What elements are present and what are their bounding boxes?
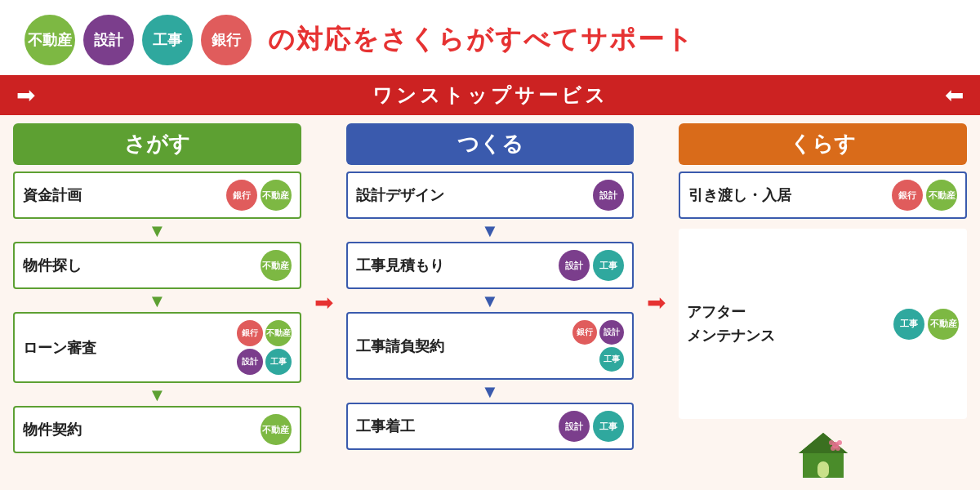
badge-fudosan: 不動産 <box>24 15 75 65</box>
badge-fudosan-sm: 不動産 <box>928 309 959 340</box>
badge-fudosan-sm: 不動産 <box>261 250 292 281</box>
badge-sekkei: 設計 <box>83 15 134 65</box>
col-tsukuru-header: つくる <box>346 123 635 165</box>
row-badges: 設計 工事 <box>559 411 624 442</box>
badge-koji-sm: 工事 <box>599 347 624 372</box>
row-badges: 銀行 不動産 <box>892 180 957 211</box>
badge-sekkei-sm: 設計 <box>559 250 590 281</box>
banner: ➡ ワンストップサービス ⬅ <box>0 75 980 115</box>
down-arrow-4: ▼ <box>346 222 635 240</box>
col-kurasu: くらす 引き渡し・入居 銀行 不動産 アフターメンテナンス 工事 不動産 <box>679 123 967 482</box>
h-arrow-2: ➡ <box>644 289 669 316</box>
badge-koji-sm: 工事 <box>593 411 624 442</box>
banner-arrow-left: ➡ <box>16 82 35 109</box>
svg-point-4 <box>837 440 842 445</box>
row-bukken: 物件探し 不動産 <box>13 242 301 289</box>
row-badges: 設計 工事 <box>559 250 624 281</box>
badge-koji: 工事 <box>142 15 193 65</box>
row-label: 工事請負契約 <box>356 336 559 356</box>
row-hikiwatashi: 引き渡し・入居 銀行 不動産 <box>679 172 967 219</box>
main-content: さがす 資金計画 銀行 不動産 ▼ 物件探し 不動産 ▼ ローン審査 銀行 <box>0 115 980 490</box>
row-loan: ローン審査 銀行 不動産 設計 工事 <box>13 312 301 383</box>
down-arrow-2: ▼ <box>13 292 301 310</box>
col-sagasu-header: さがす <box>13 123 301 165</box>
banner-title: ワンストップサービス <box>372 82 608 109</box>
row-badges: 不動産 <box>261 414 292 445</box>
row-label: 工事見積もり <box>356 256 559 275</box>
row-bukkenkeiyaku: 物件契約 不動産 <box>13 406 301 453</box>
col-tsukuru: つくる 設計デザイン 設計 ▼ 工事見積もり 設計 工事 ▼ 工事請負契約 銀行 <box>346 123 635 482</box>
row-badges: 銀行 設計 工事 <box>559 320 624 372</box>
svg-point-7 <box>831 446 835 451</box>
badge-koji-sm: 工事 <box>265 349 292 375</box>
badge-koji-sm: 工事 <box>593 250 624 281</box>
badge-sekkei-sm: 設計 <box>559 411 590 442</box>
col-kurasu-header: くらす <box>679 123 967 165</box>
row-label: 引き渡し・入居 <box>688 185 892 205</box>
down-arrow-3: ▼ <box>13 386 301 404</box>
row-after: アフターメンテナンス 工事 不動産 <box>679 229 967 419</box>
down-arrow-1: ▼ <box>13 222 301 240</box>
badge-ginko-sm: 銀行 <box>572 320 597 345</box>
badge-fudosan-sm: 不動産 <box>926 180 957 211</box>
row-label: ローン審査 <box>23 338 218 358</box>
page-container: 不動産 設計 工事 銀行 の対応をさくらがすべてサポート ➡ ワンストップサービ… <box>0 0 980 490</box>
row-label: 資金計画 <box>23 185 226 205</box>
badge-fudosan-sm: 不動産 <box>265 320 292 346</box>
col-sagasu: さがす 資金計画 銀行 不動産 ▼ 物件探し 不動産 ▼ ローン審査 銀行 <box>13 123 301 482</box>
badge-sekkei-sm: 設計 <box>237 349 263 375</box>
row-badges: 銀行 不動産 設計 工事 <box>218 320 292 375</box>
row-label: 物件契約 <box>23 420 261 439</box>
badge-sekkei-sm: 設計 <box>599 320 624 345</box>
row-label: アフターメンテナンス <box>687 301 893 348</box>
svg-point-6 <box>835 446 840 451</box>
badge-ginko: 銀行 <box>201 15 252 65</box>
house-icon <box>795 429 852 482</box>
badge-ginko-sm: 銀行 <box>226 180 257 211</box>
house-container <box>679 422 967 482</box>
badge-ginko-sm: 銀行 <box>237 320 263 346</box>
badge-koji-sm: 工事 <box>893 309 924 340</box>
row-sekkeidesign: 設計デザイン 設計 <box>346 172 635 219</box>
header-text: の対応をさくらがすべてサポート <box>268 22 694 58</box>
row-kojichakko: 工事着工 設計 工事 <box>346 403 635 450</box>
badge-ginko-sm: 銀行 <box>892 180 923 211</box>
row-kojiukeoi: 工事請負契約 銀行 設計 工事 <box>346 312 635 380</box>
down-arrow-5: ▼ <box>346 292 635 310</box>
row-label: 設計デザイン <box>356 185 594 205</box>
row-badges: 設計 <box>593 180 624 211</box>
row-label: 物件探し <box>23 256 261 275</box>
svg-point-5 <box>829 440 834 445</box>
row-label: 工事着工 <box>356 416 559 436</box>
row-kojimitsumori: 工事見積もり 設計 工事 <box>346 242 635 289</box>
header: 不動産 設計 工事 銀行 の対応をさくらがすべてサポート <box>0 0 980 75</box>
banner-arrow-right: ⬅ <box>945 82 964 109</box>
spacer <box>679 222 967 229</box>
h-arrow-1: ➡ <box>311 289 336 316</box>
row-badges: 銀行 不動産 <box>226 180 292 211</box>
row-badges: 工事 不動産 <box>893 309 959 340</box>
row-shikinkekaku: 資金計画 銀行 不動産 <box>13 172 301 219</box>
svg-rect-2 <box>817 461 829 478</box>
down-arrow-6: ▼ <box>346 383 635 401</box>
badge-sekkei-sm: 設計 <box>593 180 624 211</box>
badge-fudosan-sm: 不動産 <box>261 180 292 211</box>
badge-fudosan-sm: 不動産 <box>261 414 292 445</box>
row-badges: 不動産 <box>261 250 292 281</box>
